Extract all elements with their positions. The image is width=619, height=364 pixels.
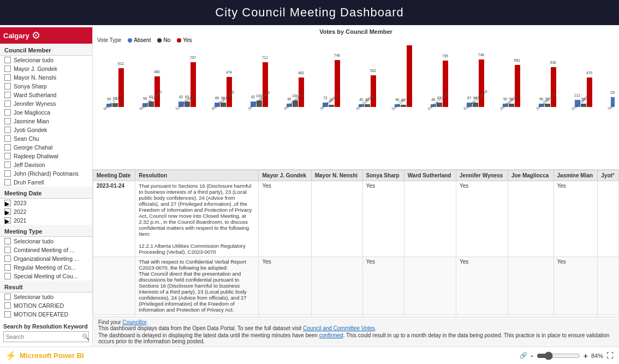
sidebar-label: Ward Sutherland: [14, 92, 56, 98]
powerbi-logo-area: ⚡ Microsoft Power BI: [5, 350, 84, 361]
zoom-level: 84%: [591, 353, 603, 359]
footer: Find your Councillor. This dashboard dis…: [93, 317, 619, 347]
zoom-slider[interactable]: [537, 351, 580, 360]
table-body: 2023-01-24That pursuant to Sections 16 (…: [93, 181, 619, 317]
type-item[interactable]: Combined Meeting of ...: [0, 246, 92, 254]
council-votes-link[interactable]: Council and Committee Votes: [303, 325, 375, 331]
type-item[interactable]: Selecionar tudo: [0, 237, 92, 246]
types-list: Selecionar tudoCombined Meeting of ...Or…: [0, 237, 92, 281]
type-checkbox[interactable]: [4, 255, 11, 262]
sidebar-item[interactable]: Sean Chu: [0, 134, 92, 143]
result-item[interactable]: MOTION DEFEATED: [0, 310, 92, 319]
calgary-logo-text: Calgary: [3, 32, 29, 40]
zoom-minus-button[interactable]: -: [531, 351, 533, 360]
type-checkbox[interactable]: [4, 247, 11, 253]
zoom-plus-button[interactable]: +: [584, 351, 588, 360]
search-input-row[interactable]: 🔍 ✏: [3, 331, 89, 342]
yes-dot: [177, 38, 181, 43]
sidebar-checkbox[interactable]: [4, 135, 11, 142]
search-section-title: Search by Resolution Keyword: [3, 321, 89, 331]
calgary-logo-area: Calgary ⚙: [0, 27, 92, 44]
table-cell: Yes: [259, 181, 311, 257]
powerbi-logo-text[interactable]: Microsoft Power BI: [20, 351, 84, 360]
bar-group: 82104711Jennifer Wyness: [241, 45, 277, 124]
type-item[interactable]: Regular Meeting of Co...: [0, 263, 92, 272]
sidebar-item[interactable]: Joe Magliocca: [0, 108, 92, 117]
confirmed-link[interactable]: confirmed: [319, 332, 343, 338]
result-label: MOTION DEFEATED: [14, 311, 68, 318]
sidebar-label: Mayor J. Gondek: [14, 65, 57, 72]
chart-title: Votes by Council Member: [97, 28, 615, 35]
sidebar-checkbox[interactable]: [4, 179, 11, 186]
sidebar-checkbox[interactable]: [4, 118, 11, 124]
table-section[interactable]: Meeting DateResolutionMayor J. GondekMay…: [93, 170, 619, 317]
date-expand[interactable]: ▶: [4, 200, 11, 206]
sidebar-checkbox[interactable]: [4, 144, 11, 151]
date-item[interactable]: ▶2023: [0, 199, 92, 207]
result-checkbox[interactable]: [4, 302, 11, 309]
type-checkbox[interactable]: [4, 238, 11, 244]
sidebar-checkbox[interactable]: [4, 153, 11, 159]
type-checkbox[interactable]: [4, 264, 11, 271]
bar-group: 4637983Sean Chu: [385, 45, 421, 124]
table-cell: [598, 257, 619, 315]
result-checkbox[interactable]: [4, 294, 11, 300]
sidebar-checkbox[interactable]: [4, 162, 11, 168]
sidebar-item[interactable]: Selecionar tudo: [0, 56, 92, 64]
result-item[interactable]: MOTION CARRIED: [0, 301, 92, 310]
sidebar-item[interactable]: Ward Sutherland: [0, 91, 92, 99]
type-item[interactable]: Organizational Meeting ...: [0, 254, 92, 263]
sidebar-checkbox[interactable]: [4, 127, 11, 133]
bar-group: 4667735George Chahal: [421, 45, 457, 124]
sidebar-item[interactable]: Mayor N. Nenshi: [0, 73, 92, 82]
legend-yes: Yes: [177, 37, 192, 43]
sidebar-item[interactable]: Jasmine Mian: [0, 117, 92, 126]
type-item[interactable]: Special Meeting of Cou...: [0, 272, 92, 281]
title-text: City Council Meeting Dashboard: [215, 5, 404, 19]
sidebar-item[interactable]: John (Richard) Pootmans: [0, 169, 92, 178]
sidebar-item[interactable]: Sonya Sharp: [0, 82, 92, 91]
date-expand[interactable]: ▶: [4, 217, 11, 224]
sidebar-item[interactable]: Mayor J. Gondek: [0, 64, 92, 73]
result-item[interactable]: Selecionar tudo: [0, 293, 92, 301]
sidebar-item[interactable]: Jeff Davison: [0, 160, 92, 169]
sidebar-label: Jasmine Mian: [14, 118, 49, 124]
sidebar-item[interactable]: Druh Farrell: [0, 178, 92, 187]
bar-group: 4040502Jyoti Gondek: [349, 45, 385, 124]
sidebar-item[interactable]: Jyoti Gondek: [0, 126, 92, 134]
table-header-cell: Mayor J. Gondek: [259, 170, 311, 181]
council-members-list: Selecionar tudoMayor J. GondekMayor N. N…: [0, 56, 92, 187]
councillor-link[interactable]: Councillor: [122, 319, 146, 325]
type-checkbox[interactable]: [4, 273, 11, 279]
sidebar-label: Rajdeep Dhaliwal: [14, 153, 58, 159]
sidebar-checkbox[interactable]: [4, 92, 11, 98]
zoom-icon-1: 🔗: [520, 352, 527, 359]
date-item[interactable]: ▶2021: [0, 216, 92, 225]
sidebar-checkbox[interactable]: [4, 83, 11, 89]
bar-group: 6766748Rajdeep Dhaliwal: [457, 45, 493, 124]
bar-group: 48104462Joe Magliocca: [277, 45, 313, 124]
search-input[interactable]: [4, 332, 80, 342]
data-table: Meeting DateResolutionMayor J. GondekMay…: [93, 170, 619, 317]
sidebar-checkbox[interactable]: [4, 74, 11, 81]
date-label: 2023: [14, 200, 26, 206]
sidebar-checkbox[interactable]: [4, 170, 11, 177]
fullscreen-icon[interactable]: ⛶: [606, 351, 614, 360]
result-section-title: Result: [0, 281, 92, 293]
bar-group: 5460612Mayor J. Gon...: [97, 45, 133, 124]
sidebar-item[interactable]: Jennifer Wyness: [0, 99, 92, 108]
search-button[interactable]: 🔍: [80, 332, 92, 342]
council-member-section-title: Council Member: [0, 44, 92, 56]
sidebar-checkbox[interactable]: [4, 100, 11, 107]
sidebar-checkbox[interactable]: [4, 57, 11, 63]
table-row: 2023-01-24That pursuant to Sections 16 (…: [93, 181, 619, 257]
sidebar-item[interactable]: George Chahal: [0, 143, 92, 152]
date-expand[interactable]: ▶: [4, 208, 11, 215]
table-cell: Yes: [362, 257, 404, 315]
sidebar-checkbox[interactable]: [4, 109, 11, 116]
bar-group: 6666474Ward Sutherland: [205, 45, 241, 124]
result-checkbox[interactable]: [4, 311, 11, 318]
sidebar-item[interactable]: Rajdeep Dhaliwal: [0, 152, 92, 160]
date-item[interactable]: ▶2022: [0, 207, 92, 216]
sidebar-checkbox[interactable]: [4, 65, 11, 72]
